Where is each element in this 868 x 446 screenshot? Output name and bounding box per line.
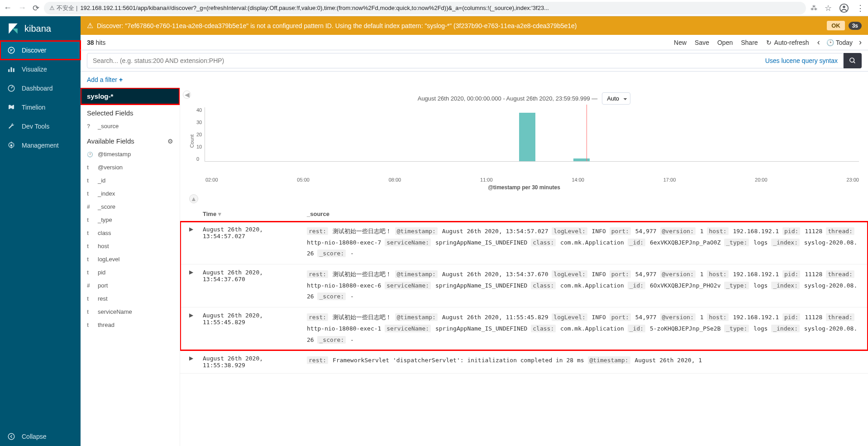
plus-icon: + [119, 76, 123, 83]
field-name: _index [98, 190, 115, 197]
field-item[interactable]: thost [81, 240, 180, 253]
field-type-icon: t [87, 217, 93, 223]
svg-point-8 [8, 433, 14, 440]
field-item[interactable]: t_type [81, 213, 180, 226]
column-source[interactable]: _source [307, 211, 859, 217]
autorefresh-link[interactable]: ↻Auto-refresh [766, 39, 809, 46]
table-row: ▶ August 26th 2020, 13:54:57.027 rest: 测… [180, 221, 868, 264]
profile-icon[interactable] [839, 3, 849, 13]
search-box[interactable]: Uses lucene query syntax [87, 53, 844, 68]
forward-button[interactable]: → [18, 3, 26, 13]
selected-fields-title: Selected Fields [81, 105, 180, 120]
menu-icon[interactable]: ⋮ [856, 3, 864, 13]
field-item[interactable]: #_score [81, 200, 180, 213]
histogram-plot[interactable] [205, 107, 859, 162]
field-type-icon: t [87, 309, 93, 315]
refresh-icon: ↻ [766, 39, 772, 46]
filter-row: Add a filter + [81, 72, 868, 88]
index-pattern-selector[interactable]: syslog-* [81, 88, 180, 105]
field-type-icon: t [87, 322, 93, 328]
kibana-logo[interactable]: kibana [0, 16, 81, 41]
field-type-icon: t [87, 177, 93, 184]
field-item[interactable]: tpid [81, 266, 180, 279]
field-item[interactable]: tlogLevel [81, 253, 180, 266]
histogram-bar[interactable] [519, 113, 535, 161]
collapse-label: Collapse [22, 433, 46, 440]
histogram-area: August 26th 2020, 00:00:00.000 - August … [180, 88, 868, 191]
histogram-ylabel: Count [189, 134, 195, 148]
field-item[interactable]: tthread [81, 318, 180, 331]
expand-row-icon[interactable]: ▶ [189, 355, 203, 361]
wrench-icon [7, 122, 15, 130]
sidebar-item-management[interactable]: Management [0, 136, 81, 155]
sidebar-item-timelion[interactable]: Timelion [0, 98, 81, 117]
url-text: 192.168.192.11:5601/app/kibana#/discover… [80, 5, 801, 11]
translate-icon[interactable]: ⁂ [811, 4, 817, 12]
field-name: @version [98, 164, 123, 171]
add-filter-button[interactable]: Add a filter + [87, 76, 862, 83]
histogram-bar[interactable] [573, 158, 590, 161]
field-name: thread [98, 321, 114, 328]
banner-ok-button[interactable]: OK [827, 21, 845, 30]
histogram-xlabel: @timestamp per 30 minutes [189, 184, 859, 191]
collapse-fields-icon[interactable]: ◀ [183, 91, 191, 99]
row-source: rest: FrameworkServlet 'dispatcherServle… [307, 355, 859, 366]
gear-icon [7, 141, 15, 149]
new-link[interactable]: New [674, 39, 687, 46]
row-source: rest: 测试初始一些日志吧！ @timestamp: August 26th… [307, 269, 859, 302]
dashboard-icon [7, 84, 15, 92]
column-time[interactable]: Time ▾ [203, 211, 307, 217]
field-item[interactable]: trest [81, 292, 180, 305]
field-item[interactable]: t_index [81, 187, 180, 200]
row-source: rest: 测试初始一些日志吧！ @timestamp: August 26th… [307, 312, 859, 345]
sidebar-label: Management [22, 142, 59, 149]
table-row: ▶ August 26th 2020, 11:55:38.929 rest: F… [180, 350, 868, 374]
address-bar[interactable]: ⚠ 不安全 | 192.168.192.11:5601/app/kibana#/… [44, 2, 806, 14]
time-next-button[interactable]: › [859, 38, 862, 47]
scroll-top-button[interactable]: ▲ [189, 194, 198, 203]
field-item[interactable]: t@version [81, 161, 180, 174]
fields-settings-icon[interactable]: ⚙ [167, 138, 173, 145]
field-item[interactable]: ?_source [81, 120, 180, 133]
sidebar-label: Timelion [22, 104, 45, 111]
save-link[interactable]: Save [695, 39, 709, 46]
sidebar-item-discover[interactable]: Discover [0, 41, 81, 60]
lucene-syntax-link[interactable]: Uses lucene query syntax [765, 57, 838, 64]
results-panel: ◀ August 26th 2020, 00:00:00.000 - Augus… [180, 88, 868, 446]
open-link[interactable]: Open [717, 39, 733, 46]
expand-row-icon[interactable]: ▶ [189, 312, 203, 318]
field-type-icon: # [87, 283, 93, 289]
field-name: _id [98, 177, 105, 184]
fields-panel: syslog-* Selected Fields ?_source Availa… [81, 88, 180, 446]
field-name: logLevel [98, 256, 119, 263]
sidebar-item-devtools[interactable]: Dev Tools [0, 117, 81, 136]
sidebar-label: Dashboard [22, 85, 53, 92]
search-button[interactable] [844, 53, 862, 68]
sidebar-item-visualize[interactable]: Visualize [0, 60, 81, 79]
field-item[interactable]: t_id [81, 174, 180, 187]
expand-row-icon[interactable]: ▶ [189, 269, 203, 275]
search-input[interactable] [93, 57, 765, 64]
sidebar-item-dashboard[interactable]: Dashboard [0, 79, 81, 98]
field-item[interactable]: #port [81, 279, 180, 292]
time-picker[interactable]: 🕑Today [826, 39, 853, 46]
svg-rect-5 [13, 68, 14, 72]
bookmark-icon[interactable]: ☆ [825, 3, 832, 13]
field-type-icon: t [87, 296, 93, 302]
row-time: August 26th 2020, 13:54:57.027 [203, 226, 307, 240]
share-link[interactable]: Share [741, 39, 758, 46]
field-item[interactable]: tserviceName [81, 305, 180, 318]
interval-select[interactable]: Auto [602, 92, 630, 105]
expand-row-icon[interactable]: ▶ [189, 226, 203, 232]
time-prev-button[interactable]: ‹ [817, 38, 820, 47]
brand-text: kibana [24, 24, 51, 34]
topbar: 38 hits New Save Open Share ↻Auto-refres… [81, 35, 868, 50]
reload-button[interactable]: ⟳ [33, 3, 39, 13]
table-row: ▶ August 26th 2020, 11:55:45.829 rest: 测… [180, 307, 868, 350]
warning-banner: ⚠ Discover: "7ef67860-e760-11ea-a2e8-cde… [81, 16, 868, 35]
row-source: rest: 测试初始一些日志吧！ @timestamp: August 26th… [307, 226, 859, 259]
sidebar-collapse[interactable]: Collapse [0, 427, 81, 446]
back-button[interactable]: ← [4, 3, 12, 13]
field-item[interactable]: @timestamp [81, 148, 180, 161]
field-item[interactable]: tclass [81, 226, 180, 240]
